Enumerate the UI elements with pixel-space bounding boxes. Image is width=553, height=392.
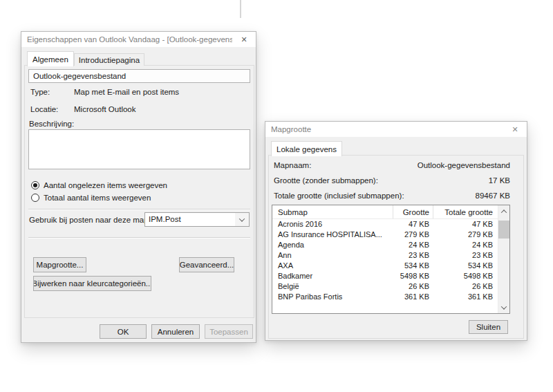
folder-size-dialog: Mapgrootte ✕ Lokale gegevens Mapnaam: Ou… — [265, 121, 527, 341]
close-icon[interactable]: ✕ — [503, 122, 527, 137]
combobox-value: IPM.Post — [145, 213, 235, 226]
total-size-row: Totale grootte (inclusief submappen): 89… — [274, 190, 510, 201]
header-grootte[interactable]: Grootte — [393, 205, 433, 218]
folder-size-titlebar[interactable]: Mapgrootte ✕ — [265, 122, 527, 137]
radio-selected-icon[interactable] — [31, 181, 39, 189]
separator — [28, 209, 250, 210]
location-value: Microsoft Outlook — [74, 104, 135, 115]
folder-size-dialog-title: Mapgrootte — [265, 125, 503, 133]
close-dialog-button[interactable]: Sluiten — [469, 320, 508, 334]
cell-grootte: 23 KB — [393, 250, 433, 261]
folder-name-label: Mapnaam: — [274, 160, 311, 171]
cell-submap: Ann — [272, 250, 393, 261]
folder-size-button[interactable]: Mapgrootte... — [33, 257, 86, 272]
cell-grootte: 47 KB — [393, 219, 433, 230]
table-row[interactable]: Badkamer 5498 KB 5498 KB — [272, 271, 509, 281]
radio-total-label: Totaal aantal items weergeven — [44, 194, 151, 202]
table-header: Submap Grootte Totale grootte — [272, 205, 509, 219]
radio-unread-items[interactable]: Aantal ongelezen items weergeven — [31, 180, 167, 191]
cancel-button[interactable]: Annuleren — [151, 324, 200, 339]
cell-totale-grootte: 47 KB — [433, 219, 498, 230]
total-size-value: 89467 KB — [475, 190, 510, 201]
type-label: Type: — [30, 87, 74, 97]
subfolder-size-table: Submap Grootte Totale grootte Acronis 20… — [272, 205, 510, 314]
cell-submap: BNP Paribas Fortis — [272, 292, 393, 302]
header-submap[interactable]: Submap — [272, 205, 393, 218]
size-label: Grootte (zonder submappen): — [274, 175, 378, 186]
chevron-down-icon[interactable] — [498, 302, 509, 312]
properties-tab-page: Outlook-gegevensbestand Type: Map met E-… — [24, 65, 254, 318]
cell-submap: België — [272, 281, 393, 292]
radio-total-items[interactable]: Totaal aantal items weergeven — [31, 192, 151, 203]
cell-submap: Acronis 2016 — [272, 219, 393, 230]
cell-submap: AXA — [272, 261, 393, 271]
separator — [28, 237, 250, 239]
size-value: 17 KB — [489, 175, 510, 186]
table-row[interactable]: België 26 KB 26 KB — [272, 281, 509, 292]
table-row[interactable]: Ann 23 KB 23 KB — [272, 250, 509, 261]
properties-dialog-title: Eigenschappen van Outlook Vandaag - [Out… — [21, 35, 232, 44]
type-value: Map met E-mail en post items — [74, 87, 179, 97]
description-textarea[interactable] — [28, 129, 250, 169]
folder-size-tab-strip: Lokale gegevens — [271, 140, 342, 156]
cell-grootte: 24 KB — [393, 240, 433, 250]
scrollbar-thumb[interactable] — [498, 221, 509, 239]
table-row[interactable]: Agenda 24 KB 24 KB — [272, 240, 509, 250]
location-label: Locatie: — [30, 104, 74, 115]
vertical-scrollbar[interactable] — [498, 205, 509, 313]
tab-introductiepagina[interactable]: Introductiepagina — [74, 53, 144, 66]
total-size-label: Totale grootte (inclusief submappen): — [274, 190, 404, 201]
cell-grootte: 279 KB — [393, 230, 433, 240]
cell-grootte: 361 KB — [393, 292, 433, 302]
cell-submap: AG Insurance HOSPITALISA... — [272, 230, 393, 240]
ok-button[interactable]: OK — [100, 324, 147, 339]
cell-grootte: 534 KB — [393, 261, 433, 271]
chevron-up-icon[interactable] — [498, 206, 509, 216]
folder-name-row: Mapnaam: Outlook-gegevensbestand — [274, 160, 510, 171]
cell-totale-grootte: 5498 KB — [433, 271, 498, 281]
cell-totale-grootte: 26 KB — [433, 281, 498, 292]
apply-button-disabled: Toepassen — [205, 324, 253, 339]
table-row[interactable]: AG Insurance HOSPITALISA... 279 KB 279 K… — [272, 230, 509, 240]
table-row[interactable]: BNP Paribas Fortis 361 KB 361 KB — [272, 292, 509, 302]
properties-titlebar[interactable]: Eigenschappen van Outlook Vandaag - [Out… — [21, 32, 256, 47]
description-label: Beschrijving: — [29, 119, 74, 129]
properties-dialog: Eigenschappen van Outlook Vandaag - [Out… — [21, 31, 256, 343]
folder-name-field[interactable]: Outlook-gegevensbestand — [28, 69, 250, 83]
table-row[interactable]: Acronis 2016 47 KB 47 KB — [272, 219, 509, 230]
cell-grootte: 26 KB — [393, 281, 433, 292]
post-form-label: Gebruik bij posten naar deze map: — [29, 215, 151, 225]
table-row[interactable]: AXA 534 KB 534 KB — [272, 261, 509, 271]
cell-totale-grootte: 279 KB — [433, 230, 498, 240]
location-row: Locatie: Microsoft Outlook — [30, 104, 135, 115]
cell-totale-grootte: 361 KB — [433, 292, 498, 302]
cell-totale-grootte: 24 KB — [433, 240, 498, 250]
cell-totale-grootte: 23 KB — [433, 250, 498, 261]
folder-name-value: Outlook-gegevensbestand — [418, 160, 510, 171]
background-artifact-line — [240, 0, 241, 18]
size-without-subfolders-row: Grootte (zonder submappen): 17 KB — [274, 175, 510, 186]
chevron-down-icon[interactable] — [235, 213, 249, 226]
header-totale-grootte[interactable]: Totale grootte — [433, 205, 498, 218]
close-icon[interactable]: ✕ — [232, 32, 256, 47]
tab-lokale-gegevens[interactable]: Lokale gegevens — [271, 141, 342, 156]
advanced-button[interactable]: Geavanceerd... — [179, 257, 234, 272]
folder-size-tab-page: Mapnaam: Outlook-gegevensbestand Grootte… — [268, 155, 524, 339]
cell-totale-grootte: 534 KB — [433, 261, 498, 271]
type-row: Type: Map met E-mail en post items — [30, 87, 179, 97]
cell-submap: Agenda — [272, 240, 393, 250]
cell-grootte: 5498 KB — [393, 271, 433, 281]
tab-algemeen[interactable]: Algemeen — [27, 51, 74, 66]
cell-submap: Badkamer — [272, 271, 393, 281]
upgrade-color-categories-button[interactable]: Bijwerken naar kleurcategorieën... — [33, 276, 151, 291]
properties-tab-strip: Algemeen Introductiepagina — [27, 50, 144, 66]
post-form-combobox[interactable]: IPM.Post — [144, 212, 250, 227]
radio-unread-label: Aantal ongelezen items weergeven — [44, 181, 167, 189]
radio-unselected-icon[interactable] — [31, 194, 39, 202]
